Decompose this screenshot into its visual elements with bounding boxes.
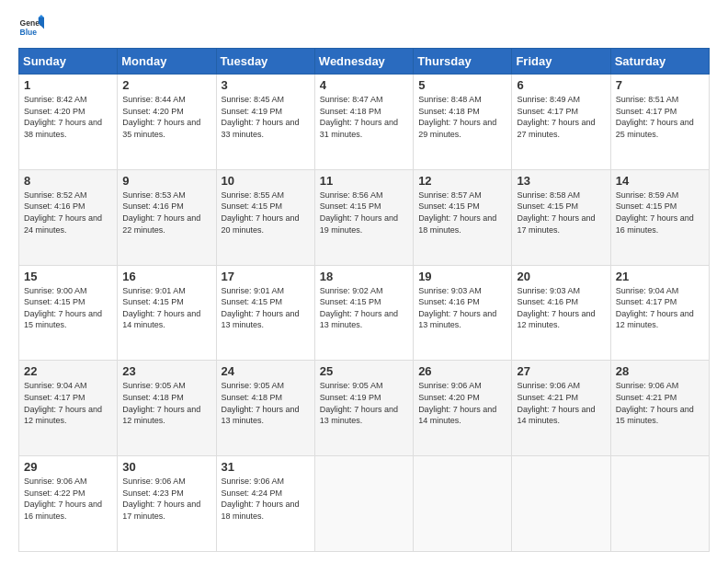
calendar-cell: 24Sunrise: 9:05 AMSunset: 4:18 PMDayligh… [216,361,314,456]
calendar-cell: 21Sunrise: 9:04 AMSunset: 4:17 PMDayligh… [610,265,709,361]
calendar-cell: 6Sunrise: 8:49 AMSunset: 4:17 PMDaylight… [512,75,610,170]
calendar-cell: 9Sunrise: 8:53 AMSunset: 4:16 PMDaylight… [118,169,216,265]
weekday-header-tuesday: Tuesday [216,49,314,75]
calendar-cell: 11Sunrise: 8:56 AMSunset: 4:15 PMDayligh… [314,169,413,265]
cell-info: Sunrise: 9:06 AMSunset: 4:21 PMDaylight:… [517,380,605,426]
svg-marker-3 [39,15,44,17]
weekday-header-monday: Monday [118,49,216,75]
cell-info: Sunrise: 9:02 AMSunset: 4:15 PMDaylight:… [320,285,408,331]
calendar-cell: 15Sunrise: 9:00 AMSunset: 4:15 PMDayligh… [19,265,118,361]
calendar-cell: 23Sunrise: 9:05 AMSunset: 4:18 PMDayligh… [118,361,216,456]
day-number: 11 [320,174,408,188]
cell-info: Sunrise: 8:45 AMSunset: 4:19 PMDaylight:… [222,94,310,140]
day-number: 17 [222,270,310,283]
calendar-cell: 31Sunrise: 9:06 AMSunset: 4:24 PMDayligh… [216,456,314,552]
cell-info: Sunrise: 8:59 AMSunset: 4:15 PMDaylight:… [616,190,704,236]
day-number: 5 [418,78,506,92]
calendar-cell: 17Sunrise: 9:01 AMSunset: 4:15 PMDayligh… [216,265,314,361]
cell-info: Sunrise: 9:03 AMSunset: 4:16 PMDaylight:… [418,285,506,331]
day-number: 7 [616,78,704,92]
calendar-cell: 29Sunrise: 9:06 AMSunset: 4:22 PMDayligh… [19,456,118,552]
weekday-header-wednesday: Wednesday [314,49,413,75]
calendar-cell: 22Sunrise: 9:04 AMSunset: 4:17 PMDayligh… [19,361,118,456]
calendar-cell: 5Sunrise: 8:48 AMSunset: 4:18 PMDaylight… [414,75,512,170]
cell-info: Sunrise: 8:47 AMSunset: 4:18 PMDaylight:… [320,94,408,140]
day-number: 2 [122,78,210,92]
cell-info: Sunrise: 9:05 AMSunset: 4:18 PMDaylight:… [222,380,310,426]
cell-info: Sunrise: 9:04 AMSunset: 4:17 PMDaylight:… [616,285,704,331]
calendar-cell [414,456,512,552]
cell-info: Sunrise: 9:01 AMSunset: 4:15 PMDaylight:… [222,285,310,331]
day-number: 27 [517,364,605,378]
calendar-cell [314,456,413,552]
weekday-header-friday: Friday [512,49,610,75]
calendar-cell: 25Sunrise: 9:05 AMSunset: 4:19 PMDayligh… [314,361,413,456]
cell-info: Sunrise: 8:52 AMSunset: 4:16 PMDaylight:… [24,190,112,236]
calendar-cell: 16Sunrise: 9:01 AMSunset: 4:15 PMDayligh… [118,265,216,361]
cell-info: Sunrise: 9:03 AMSunset: 4:16 PMDaylight:… [517,285,605,331]
week-row-5: 29Sunrise: 9:06 AMSunset: 4:22 PMDayligh… [19,456,710,552]
calendar-cell [512,456,610,552]
day-number: 31 [222,460,310,474]
calendar-cell [610,456,709,552]
cell-info: Sunrise: 9:04 AMSunset: 4:17 PMDaylight:… [24,380,112,426]
calendar-cell: 3Sunrise: 8:45 AMSunset: 4:19 PMDaylight… [216,75,314,170]
cell-info: Sunrise: 9:06 AMSunset: 4:23 PMDaylight:… [122,476,210,522]
svg-text:Blue: Blue [20,28,38,37]
week-row-3: 15Sunrise: 9:00 AMSunset: 4:15 PMDayligh… [19,265,710,361]
calendar-cell: 12Sunrise: 8:57 AMSunset: 4:15 PMDayligh… [414,169,512,265]
day-number: 12 [418,174,506,188]
weekday-header-saturday: Saturday [610,49,709,75]
cell-info: Sunrise: 8:48 AMSunset: 4:18 PMDaylight:… [418,94,506,140]
day-number: 24 [222,364,310,378]
week-row-2: 8Sunrise: 8:52 AMSunset: 4:16 PMDaylight… [19,169,710,265]
week-row-4: 22Sunrise: 9:04 AMSunset: 4:17 PMDayligh… [19,361,710,456]
day-number: 10 [222,174,310,188]
day-number: 16 [122,270,210,283]
day-number: 26 [418,364,506,378]
weekday-header-thursday: Thursday [414,49,512,75]
logo: General Blue [18,15,44,40]
header: General Blue [18,15,710,40]
weekday-header-sunday: Sunday [19,49,118,75]
cell-info: Sunrise: 8:53 AMSunset: 4:16 PMDaylight:… [122,190,210,236]
cell-info: Sunrise: 8:44 AMSunset: 4:20 PMDaylight:… [122,94,210,140]
day-number: 8 [24,174,112,188]
calendar-cell: 18Sunrise: 9:02 AMSunset: 4:15 PMDayligh… [314,265,413,361]
cell-info: Sunrise: 8:56 AMSunset: 4:15 PMDaylight:… [320,190,408,236]
day-number: 14 [616,174,704,188]
calendar-cell: 28Sunrise: 9:06 AMSunset: 4:21 PMDayligh… [610,361,709,456]
calendar-cell: 7Sunrise: 8:51 AMSunset: 4:17 PMDaylight… [610,75,709,170]
cell-info: Sunrise: 8:58 AMSunset: 4:15 PMDaylight:… [517,190,605,236]
calendar-cell: 8Sunrise: 8:52 AMSunset: 4:16 PMDaylight… [19,169,118,265]
day-number: 23 [122,364,210,378]
cell-info: Sunrise: 9:06 AMSunset: 4:22 PMDaylight:… [24,476,112,522]
cell-info: Sunrise: 9:06 AMSunset: 4:20 PMDaylight:… [418,380,506,426]
cell-info: Sunrise: 8:55 AMSunset: 4:15 PMDaylight:… [222,190,310,236]
calendar-cell: 1Sunrise: 8:42 AMSunset: 4:20 PMDaylight… [19,75,118,170]
calendar-cell: 20Sunrise: 9:03 AMSunset: 4:16 PMDayligh… [512,265,610,361]
calendar-cell: 10Sunrise: 8:55 AMSunset: 4:15 PMDayligh… [216,169,314,265]
cell-info: Sunrise: 9:01 AMSunset: 4:15 PMDaylight:… [122,285,210,331]
weekday-header-row: SundayMondayTuesdayWednesdayThursdayFrid… [19,49,710,75]
day-number: 21 [616,270,704,283]
cell-info: Sunrise: 9:05 AMSunset: 4:19 PMDaylight:… [320,380,408,426]
day-number: 30 [122,460,210,474]
day-number: 19 [418,270,506,283]
day-number: 6 [517,78,605,92]
day-number: 3 [222,78,310,92]
calendar-cell: 30Sunrise: 9:06 AMSunset: 4:23 PMDayligh… [118,456,216,552]
cell-info: Sunrise: 9:06 AMSunset: 4:21 PMDaylight:… [616,380,704,426]
page: General Blue SundayMondayTuesdayWednesda… [0,0,728,563]
calendar-cell: 2Sunrise: 8:44 AMSunset: 4:20 PMDaylight… [118,75,216,170]
cell-info: Sunrise: 8:42 AMSunset: 4:20 PMDaylight:… [24,94,112,140]
cell-info: Sunrise: 8:57 AMSunset: 4:15 PMDaylight:… [418,190,506,236]
day-number: 22 [24,364,112,378]
cell-info: Sunrise: 8:49 AMSunset: 4:17 PMDaylight:… [517,94,605,140]
day-number: 28 [616,364,704,378]
cell-info: Sunrise: 9:00 AMSunset: 4:15 PMDaylight:… [24,285,112,331]
day-number: 15 [24,270,112,283]
day-number: 25 [320,364,408,378]
day-number: 18 [320,270,408,283]
calendar-cell: 13Sunrise: 8:58 AMSunset: 4:15 PMDayligh… [512,169,610,265]
